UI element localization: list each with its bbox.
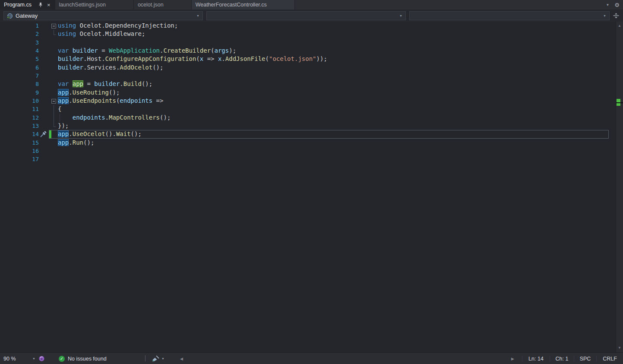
fold-margin (50, 80, 58, 88)
copilot-status-icon[interactable] (38, 353, 45, 364)
scroll-up-icon[interactable]: ▲ (616, 22, 623, 29)
fold-margin (50, 22, 58, 30)
code-line-5[interactable]: 5builder.Host.ConfigureAppConfiguration(… (0, 55, 616, 63)
code-line-2[interactable]: 2using Ocelot.Middleware; (0, 30, 616, 38)
web-project-icon (7, 13, 13, 19)
line-number: 4 (0, 47, 39, 55)
code-text: using Ocelot.Middleware; (58, 30, 616, 38)
glyph-margin (39, 89, 50, 97)
code-line-10[interactable]: 10app.UseEndpoints(endpoints => (0, 97, 616, 105)
chevron-down-icon: ▼ (161, 357, 164, 360)
code-line-6[interactable]: 6builder.Services.AddOcelot(); (0, 63, 616, 72)
tab-label: WeatherForecastController.cs (196, 2, 267, 8)
code-text: app.UseRouting(); (58, 89, 616, 97)
line-number: 6 (0, 63, 39, 72)
tab-bar-controls: ▼ ⚙ (606, 0, 623, 9)
fold-extent-line (54, 105, 54, 113)
glyph-margin (39, 155, 50, 163)
tab-ocelot-json[interactable]: ocelot.json (134, 0, 192, 9)
fold-margin (50, 89, 58, 97)
editor-status-bar: 90 % ▼ ✓ No issues found ▼ ◀ ▶ Ln: 14 Ch… (0, 352, 623, 364)
screwdriver-icon[interactable] (39, 130, 50, 138)
code-line-3[interactable]: 3 (0, 38, 616, 47)
code-line-8[interactable]: 8var app = builder.Build(); (0, 80, 616, 88)
tab-label: launchSettings.json (59, 2, 106, 8)
code-cleanup-broom-icon (152, 355, 159, 362)
line-number: 9 (0, 89, 39, 97)
tab-label: ocelot.json (138, 2, 164, 8)
scroll-down-icon[interactable]: ▼ (616, 345, 623, 351)
collapse-minus-icon[interactable] (51, 99, 56, 104)
chevron-down-icon: ▼ (399, 14, 402, 17)
tab-launchsettings-json[interactable]: launchSettings.json (55, 0, 134, 9)
code-analysis-status[interactable]: ✓ No issues found (59, 353, 107, 364)
line-number: 5 (0, 55, 39, 63)
scroll-left-icon[interactable]: ◀ (180, 353, 183, 364)
line-number: 1 (0, 22, 39, 30)
gear-icon[interactable]: ⚙ (614, 2, 620, 8)
code-text: { (58, 105, 616, 113)
fold-margin (50, 55, 58, 63)
code-line-1[interactable]: 1using Ocelot.DependencyInjection; (0, 22, 616, 30)
code-cleanup-button[interactable]: ▼ (152, 353, 164, 364)
code-text (58, 72, 616, 80)
glyph-margin (39, 139, 50, 147)
tab-list-chevron-icon[interactable]: ▼ (606, 3, 609, 7)
fold-margin (50, 72, 58, 80)
close-icon[interactable]: × (47, 2, 51, 8)
code-text: app.UseOcelot().Wait(); (58, 130, 616, 138)
fold-margin (50, 97, 58, 105)
fold-extent-line (54, 30, 54, 35)
glyph-margin (39, 22, 50, 30)
line-number: 8 (0, 80, 39, 88)
code-text: endpoints.MapControllers(); (58, 114, 616, 122)
type-dropdown[interactable]: ▼ (206, 11, 406, 20)
code-lines: 1using Ocelot.DependencyInjection;2using… (0, 22, 616, 164)
glyph-margin (39, 114, 50, 122)
code-text: builder.Services.AddOcelot(); (58, 63, 616, 72)
line-ending-indicator[interactable]: CRLF (596, 356, 623, 362)
fold-margin (50, 139, 58, 147)
glyph-margin (39, 147, 50, 155)
split-handle-icon[interactable] (612, 12, 620, 19)
zoom-value: 90 % (3, 356, 16, 362)
line-number: 2 (0, 30, 39, 38)
code-line-17[interactable]: 17 (0, 155, 616, 163)
column-indicator[interactable]: Ch: 1 (550, 356, 574, 362)
glyph-margin (39, 47, 50, 55)
line-number: 17 (0, 155, 39, 163)
project-dropdown[interactable]: Gateway ▼ (3, 11, 203, 20)
code-line-14[interactable]: 14app.UseOcelot().Wait(); (0, 130, 616, 138)
fold-margin (50, 155, 58, 163)
line-number: 3 (0, 38, 39, 47)
glyph-margin (39, 80, 50, 88)
code-editor[interactable]: 1using Ocelot.DependencyInjection;2using… (0, 22, 623, 352)
code-line-15[interactable]: 15app.Run(); (0, 139, 616, 147)
code-line-7[interactable]: 7 (0, 72, 616, 80)
code-text: }); (58, 122, 616, 130)
zoom-dropdown[interactable]: 90 % ▼ (3, 353, 35, 364)
line-indicator[interactable]: Ln: 14 (522, 356, 550, 362)
line-number: 11 (0, 105, 39, 113)
code-text (58, 155, 616, 163)
scroll-right-icon[interactable]: ▶ (511, 353, 514, 364)
pin-icon[interactable] (38, 2, 43, 7)
code-line-11[interactable]: 11{ (0, 105, 616, 113)
tab-weatherforecastcontroller-cs[interactable]: WeatherForecastController.cs (192, 0, 295, 9)
collapse-minus-icon[interactable] (51, 24, 56, 28)
tab-program-cs[interactable]: Program.cs × (0, 0, 55, 9)
code-line-16[interactable]: 16 (0, 147, 616, 155)
glyph-margin (39, 55, 50, 63)
chevron-down-icon: ▼ (32, 357, 35, 360)
fold-margin (50, 30, 58, 38)
glyph-margin (39, 105, 50, 113)
insert-mode-indicator[interactable]: SPC (574, 356, 596, 362)
project-name: Gateway (16, 13, 38, 19)
code-line-4[interactable]: 4var builder = WebApplication.CreateBuil… (0, 47, 616, 55)
vertical-scrollbar[interactable]: ▲ ▼ (616, 22, 623, 352)
line-number: 16 (0, 147, 39, 155)
member-dropdown[interactable]: ▼ (409, 11, 610, 20)
code-line-9[interactable]: 9app.UseRouting(); (0, 89, 616, 97)
code-line-13[interactable]: 13}); (0, 122, 616, 130)
code-line-12[interactable]: 12 endpoints.MapControllers(); (0, 114, 616, 122)
